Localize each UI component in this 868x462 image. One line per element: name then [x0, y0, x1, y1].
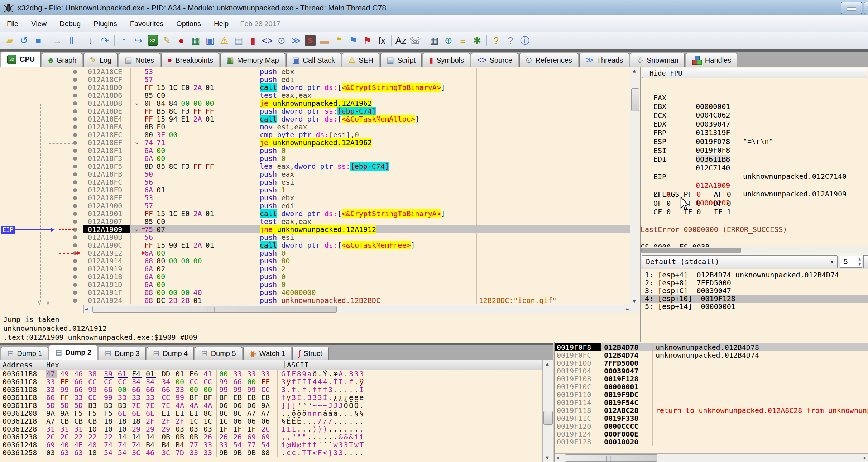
tab-memory-map[interactable]: ▦Memory Map — [220, 53, 285, 67]
breakpoint-dot-icon[interactable] — [73, 220, 77, 224]
dump-row[interactable]: 00361238 2C2C2222221414140B0B0B262626696… — [0, 433, 365, 441]
stack-row[interactable]: 0019F100 7FFD5000 — [555, 359, 868, 367]
minimize-button[interactable] — [841, 2, 862, 14]
stack-row[interactable]: 0019F11C 0019F338 — [555, 414, 868, 422]
run-icon[interactable]: → — [50, 34, 64, 47]
disasm-row[interactable]: 012A1924 68DC2B2B01 push unknownunpacked… — [0, 296, 630, 304]
title-bar[interactable]: x32dbg - File: UnknownUnpacked.exe - PID… — [0, 0, 868, 16]
tab-dump-5[interactable]: ⊟Dump 5 — [195, 347, 242, 360]
breakpoint-dot-icon[interactable] — [73, 172, 77, 176]
cpu-chip-icon[interactable]: 32 — [145, 34, 160, 47]
tab-references[interactable]: ⊙References — [519, 53, 578, 67]
breakpoint-dot-icon[interactable] — [73, 235, 77, 239]
flag-af[interactable]: AF 0 — [714, 190, 744, 199]
stack-row[interactable]: 0019F108 0019F128 — [555, 375, 868, 383]
breakpoint-dot-icon[interactable] — [73, 275, 77, 279]
comments-icon[interactable]: ❝ — [332, 34, 346, 47]
dump-bytes[interactable]: 66FF33CC99333333CC99BFBFBFEBEBEB — [44, 394, 275, 401]
registers-h-scrollbar[interactable] — [641, 247, 868, 253]
stack-row[interactable]: 0019F110 0019F9DC — [555, 391, 868, 399]
argument-row[interactable]: 4: [esp+10] 0019F128 — [641, 295, 868, 303]
tab-dump-1[interactable]: ⊟Dump 1 — [1, 347, 48, 360]
dump-row[interactable]: 00361228 3131311010102929290303031F1F1F2… — [0, 425, 365, 433]
flag-df[interactable]: DF 0 — [714, 199, 744, 208]
argument-row[interactable]: 3: [esp+C] 00039047 — [641, 287, 868, 295]
calling-convention-select[interactable]: Default (stdcall) ▼ — [642, 255, 838, 268]
disasm-gutter[interactable] — [0, 241, 83, 249]
breakpoint-dot-icon[interactable] — [73, 86, 77, 90]
register-row-ebx[interactable]: EBX 0004C062 — [641, 94, 868, 102]
dump-row[interactable]: 00361208 9A9AF5F5F56E6E6EE1E1E18C8C8CA7A… — [0, 409, 365, 417]
disasm-row[interactable]: 012A1901 FF151CE02A01 call dword ptr ds:… — [0, 210, 630, 218]
breakpoint-icon[interactable]: ● — [174, 34, 188, 47]
disasm-row[interactable]: 012A18FF 53 push ebx — [0, 194, 630, 202]
disasm-row[interactable]: 012A191F 6800000040 push 40000000 — [0, 289, 630, 296]
breakpoint-dot-icon[interactable] — [73, 157, 77, 161]
dump-bytes[interactable]: A7CBCBCB1818182F2F2F1C1C1C060606 — [44, 417, 275, 425]
disasm-row[interactable]: 012A18EC 803E00 cmp byte ptr ds:[esi],0 — [0, 131, 630, 139]
breakpoint-dot-icon[interactable] — [73, 196, 77, 200]
register-row-edi[interactable]: EDI 012C7140 unknownunpacked.012C7140 — [641, 146, 868, 155]
disasm-gutter[interactable] — [0, 289, 83, 296]
disasm-row[interactable]: 012A1919 6A02 push 2 — [0, 265, 630, 273]
disasm-gutter[interactable] — [0, 296, 83, 304]
breakpoint-dot-icon[interactable] — [73, 259, 77, 263]
disasm-gutter[interactable] — [0, 265, 83, 273]
disasm-row[interactable]: 012A1909 ⌄7507 jne unknownunpacked.12A19… — [0, 225, 630, 233]
stack-row[interactable]: 0019F118 012A8C28 return to unknownunpac… — [555, 406, 868, 414]
disasm-gutter[interactable] — [0, 91, 83, 99]
report-bug-icon[interactable]: ? — [503, 34, 518, 47]
dump-row[interactable]: 003611D8 339966996600666666330000999999C… — [0, 386, 365, 394]
dump-bytes[interactable]: 33FF66CCCCCC34343400CCCC996600FF — [44, 378, 275, 386]
tab-seh[interactable]: ⚠SEH — [342, 53, 379, 67]
menu-options[interactable]: Options — [170, 18, 207, 30]
tab-log[interactable]: ✎Log — [83, 53, 118, 67]
disasm-gutter[interactable] — [0, 154, 83, 162]
dump-bytes[interactable]: 0363631854543C463C7D33339B9B9B88 — [44, 449, 275, 457]
flag-of[interactable]: OF 0 — [653, 199, 684, 208]
argument-row[interactable]: 1: [esp+4] 012B4D74 unknownunpacked.012B… — [641, 271, 868, 279]
about-info-icon[interactable]: ⓘ — [518, 34, 532, 47]
register-row-esi[interactable]: ESI 003611B8 — [641, 138, 868, 146]
breakpoint-dot-icon[interactable] — [73, 149, 77, 153]
dump-row[interactable]: 00361218 A7CBCBCB1818182F2F2F1C1C1C06060… — [0, 417, 365, 425]
argument-count-spinner[interactable]: 5 ▲▼ — [840, 256, 862, 268]
snowman-icon[interactable]: S — [303, 34, 317, 47]
disasm-row[interactable]: 012A18D8 ⌄0F8484000000 je unknownunpacke… — [0, 99, 630, 107]
stack-row[interactable]: 0019F104 00039047 — [555, 367, 868, 375]
dump-bytes[interactable]: 9A9AF5F5F56E6E6EE1E1E18C8C8CA7A7 — [44, 409, 275, 417]
menu-view[interactable]: View — [25, 18, 53, 30]
functions-icon[interactable]: fx — [375, 34, 389, 47]
disasm-gutter[interactable] — [0, 273, 83, 281]
attach-bug-icon[interactable]: ✱ — [470, 34, 484, 47]
register-row-edx[interactable]: EDX 0131319F "=\r\n" — [641, 111, 868, 120]
maximize-button[interactable] — [864, 2, 868, 14]
disasm-row[interactable]: 012A190C FF1590E12A01 call dword ptr ds:… — [0, 241, 630, 249]
breakpoint-dot-icon[interactable] — [73, 291, 77, 295]
stack-row[interactable]: 0019F10C 00000001 — [555, 383, 868, 391]
disasm-row[interactable]: 012A1914 6880000000 push 80 — [0, 257, 630, 265]
flag-zf[interactable]: ZF 0 — [653, 190, 684, 199]
breakpoint-dot-icon[interactable] — [73, 243, 77, 247]
disasm-gutter[interactable] — [0, 202, 83, 210]
tab-struct[interactable]: ʃStruct — [292, 347, 328, 360]
search-icon[interactable]: ⊙ — [274, 34, 289, 47]
disasm-row[interactable]: 012A191D 6A00 push 0 — [0, 281, 630, 289]
flag-if[interactable]: IF 1 — [714, 208, 744, 216]
hex-dump-pane[interactable]: Address Hex ASCII 003611B8 474946383961F… — [0, 360, 553, 462]
menu-favourites[interactable]: Favourites — [124, 18, 170, 30]
breakpoint-dot-icon[interactable] — [73, 283, 77, 287]
registers-pane[interactable]: Hide FPU EAX 00000001 EBX 0004C062 ECX 0… — [640, 67, 868, 342]
menu-debug[interactable]: Debug — [53, 18, 87, 30]
step-over-icon[interactable]: ↷ — [98, 34, 112, 47]
disasm-row[interactable]: 012A18E4 FF1594E12A01 call dword ptr ds:… — [0, 115, 630, 123]
disasm-row[interactable]: 012A1912 6A00 push 0 — [0, 249, 630, 257]
flag-cf[interactable]: CF 0 — [653, 208, 684, 216]
breakpoint-dot-icon[interactable] — [73, 180, 77, 184]
breakpoint-dot-icon[interactable] — [73, 117, 77, 121]
disasm-row[interactable]: 012A18D0 FF151CE02A01 call dword ptr ds:… — [0, 84, 630, 91]
step-out-icon[interactable]: ↑ — [117, 34, 131, 47]
disasm-gutter[interactable] — [0, 257, 83, 265]
run-to-user-code-icon[interactable]: ↪ — [131, 34, 145, 47]
disasm-row[interactable]: 012A18FC 56 push esi — [0, 178, 630, 186]
